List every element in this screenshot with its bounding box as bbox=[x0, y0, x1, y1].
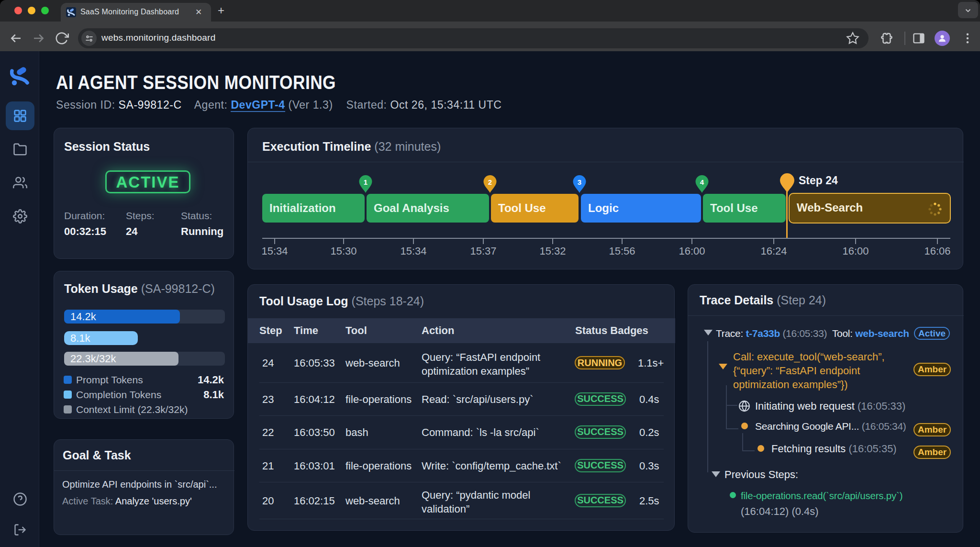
svg-text:3: 3 bbox=[578, 178, 581, 186]
svg-text:4: 4 bbox=[700, 178, 704, 186]
svg-text:1: 1 bbox=[364, 178, 368, 186]
svg-text:2: 2 bbox=[488, 178, 492, 186]
